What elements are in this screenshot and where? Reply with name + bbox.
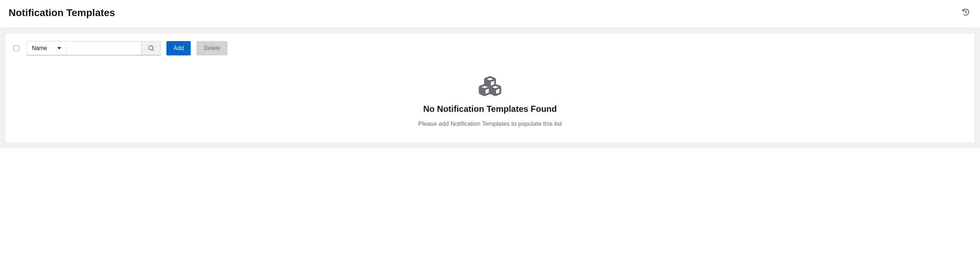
search-icon xyxy=(148,45,154,51)
delete-button[interactable]: Delete xyxy=(196,41,227,55)
empty-state-title: No Notification Templates Found xyxy=(14,104,966,114)
content-card: Name Add Delete No Notification Templa xyxy=(6,33,974,142)
search-input[interactable] xyxy=(67,41,142,55)
filter-field-label: Name xyxy=(32,45,47,51)
search-button[interactable] xyxy=(142,41,161,55)
caret-down-icon xyxy=(57,47,61,49)
content-area: Name Add Delete No Notification Templa xyxy=(0,27,980,148)
toolbar: Name Add Delete xyxy=(14,41,966,55)
filter-field-select[interactable]: Name xyxy=(26,41,67,55)
page-title: Notification Templates xyxy=(9,7,115,19)
search-group: Name xyxy=(26,41,161,55)
empty-state-description: Please add Notification Templates to pop… xyxy=(14,120,966,128)
select-all-checkbox[interactable] xyxy=(14,45,19,51)
history-icon xyxy=(962,9,969,16)
add-button[interactable]: Add xyxy=(166,41,191,55)
empty-state: No Notification Templates Found Please a… xyxy=(14,73,966,131)
history-button[interactable] xyxy=(960,6,971,19)
cubes-icon xyxy=(479,76,501,97)
page-header: Notification Templates xyxy=(0,0,980,27)
